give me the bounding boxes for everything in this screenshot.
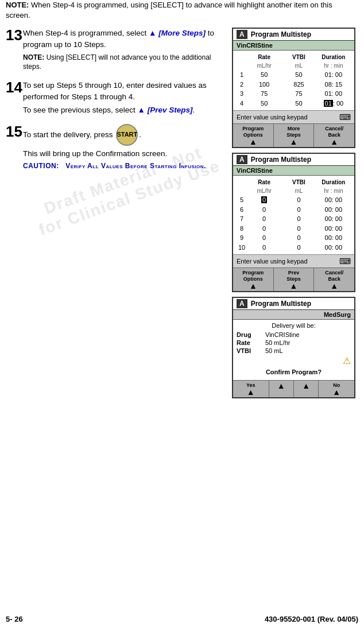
prev-steps-link: ▲ [Prev Steps] [138,106,193,114]
panel3-vtbi-val: 50 mL [265,347,351,354]
panel2-row7: 7 0 0 00: 00 [237,214,351,224]
panel2-dur6: 00: 00 [316,205,351,215]
page-footer: 5- 26 430-95520-001 (Rev. 04/05) [6,615,358,623]
step-13-content: When Step-4 is programmed, select ▲ [Mor… [23,28,226,74]
panel1-keypad: Enter value using keypad ⌨ [233,110,354,123]
panel3-btn-yes[interactable]: Yes ▲ [233,381,269,397]
panel2-btn-program-options-arrow: ▲ [234,282,272,290]
panel1-btn-cancel-back-arrow: ▲ [315,138,353,146]
panel2-rate10: 0 [247,243,281,253]
panel1-step4: 4 [237,99,247,108]
panel3-title: Program Multistep [251,300,311,308]
panel2-btn-cancel-back[interactable]: Cancel/Back ▲ [314,268,354,291]
panel1-btn-cancel-back[interactable]: Cancel/Back ▲ [314,124,354,147]
panel1-vtbi-header: VTBI [281,53,316,61]
step-13-note: NOTE: Using [SELECT] will not advance yo… [23,53,226,72]
panel1-vtbi2: 825 [281,80,316,90]
panel1-data: Rate VTBI Duration mL/hr mL hr : min 1 5… [233,51,354,110]
panel2-step7: 7 [237,214,247,224]
panel2-keypad-label: Enter value using keypad [237,258,308,265]
panel2-btn-prev-steps-arrow: ▲ [275,282,313,290]
panel1-dur3: 01: 00 [316,89,351,99]
panel1-btn-program-options[interactable]: ProgramOptions ▲ [233,124,274,147]
panel2-keypad-icon: ⌨ [339,257,351,266]
panel2-row9: 9 0 0 00: 00 [237,233,351,243]
step-14-content: To set up Steps 5 through 10, enter desi… [23,80,226,118]
panel2-row8: 8 0 0 00: 00 [237,224,351,234]
panel2-dur-header: Duration [316,178,351,187]
panel3-letter: A [237,299,247,308]
panel1-vtbi1: 50 [281,70,316,80]
panel3-subheader: MedSurg [233,310,354,320]
step-14-sub: To see the previous steps, select ▲ [Pre… [23,104,226,116]
panel2-rate-sub: mL/hr [247,187,281,195]
panel2-step10: 10 [237,243,247,253]
panel3-drug-label: Drug [237,331,265,338]
panel1-dur4: 01: 00 [316,99,351,108]
panel2-rate-header: Rate [247,178,281,187]
panel1-dur1: 01: 00 [316,70,351,80]
panel1-title: Program Multistep [251,30,311,38]
panel3-btn-no-arrow: ▲ [320,388,353,396]
warning-icon: ⚠ [343,356,351,366]
panel3-vtbi-label: VTBI [237,347,265,354]
step-13-number: 13 [6,28,23,74]
panel1-header: A Program Multistep [233,29,354,41]
panel1-btn-cancel-back-label: Cancel/Back [325,126,343,138]
panel2-rate7: 0 [247,214,281,224]
panel1-col-empty2 [237,61,247,70]
panel2-rate5: 0 [247,195,281,205]
panel1-btn-more-steps-arrow: ▲ [275,138,313,146]
panel3-rate-label: Rate [237,339,265,346]
panel2-vtbi-header: VTBI [281,178,316,187]
panel2-step6: 6 [237,205,247,215]
panel1-rate1: 50 [247,70,281,80]
panel1-btn-more-steps-label: MoreSteps [286,126,301,138]
panel3-btn-empty2: ▲ [294,381,319,397]
footer-right: 430-95520-001 (Rev. 04/05) [265,615,358,623]
step-15-sub: This will bring up the Confirmation scre… [23,148,226,160]
panel2-vtbi10: 0 [281,243,316,253]
panel3-btn-yes-arrow: ▲ [234,388,268,396]
panel2-vtbi5: 0 [281,195,316,205]
panel2-btn-prev-steps[interactable]: PrevSteps ▲ [274,268,315,291]
panel1-row2: 2 100 825 08: 15 [237,80,351,90]
panel1-col-headers: Rate VTBI Duration [237,53,351,61]
panel2-dur9: 00: 00 [316,233,351,243]
panel1-rate2: 100 [247,80,281,90]
panel2-row6: 6 0 0 00: 00 [237,205,351,215]
panel1-rate-sub: mL/hr [247,61,281,70]
panel3-btn-empty1: ▲ [269,381,294,397]
panel2-col-empty [237,178,247,187]
panel3-header: A Program Multistep [233,298,354,310]
panel3-vtbi-row: VTBI 50 mL [237,347,351,354]
panel3-delivery-label: Delivery will be: [237,322,351,329]
panel1-row3: 3 75 75 01: 00 [237,89,351,99]
panel2-rate5-hl: 0 [261,196,267,203]
panel1-step1: 1 [237,70,247,80]
panel3-confirm-question: Confirm Program? [237,369,351,375]
note-text: When Step-4 is programmed, using [SELECT… [6,1,332,20]
panel3-rate-row: Rate 50 mL/hr [237,339,351,346]
left-text: 13 When Step-4 is programmed, select ▲ [… [6,28,232,398]
panel1-dur-sub: hr : min [316,61,351,70]
step-15-number: 15 [6,124,23,174]
panel1-vtbi4: 50 [281,99,316,108]
panel2-btn-program-options[interactable]: ProgramOptions ▲ [233,268,274,291]
panel3-rate-val: 50 mL/hr [265,339,351,346]
panel1-vtbi3: 75 [281,89,316,99]
panel2-rate9: 0 [247,233,281,243]
panel3-btn-no[interactable]: No ▲ [319,381,354,397]
panel2-buttons: ProgramOptions ▲ PrevSteps ▲ Cancel/Back… [233,268,354,291]
start-button-icon[interactable]: START [116,124,138,146]
panel1-buttons: ProgramOptions ▲ MoreSteps ▲ Cancel/Back… [233,123,354,147]
panel3-btn-empty1-arrow: ▲ [270,382,292,390]
panel1-row1: 1 50 50 01: 00 [237,70,351,80]
panel2-dur-sub: hr : min [316,187,351,195]
panel2-rate8: 0 [247,224,281,234]
more-steps-link: ▲ [More Steps] [149,29,206,37]
panel2-rate6: 0 [247,205,281,215]
panel3-drug-row: Drug VinCRIStine [237,331,351,338]
panel1-btn-more-steps[interactable]: MoreSteps ▲ [274,124,315,147]
panel2-row10: 10 0 0 00: 00 [237,243,351,253]
